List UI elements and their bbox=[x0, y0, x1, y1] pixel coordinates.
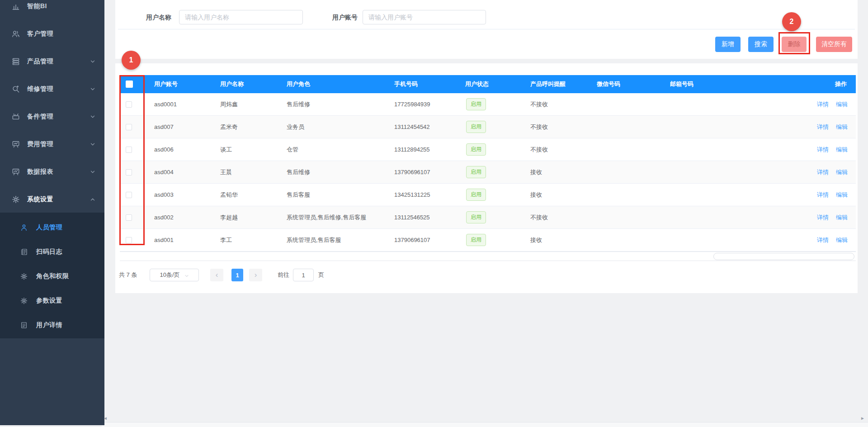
page-number-button[interactable]: 1 bbox=[231, 269, 243, 281]
cell-phone: 13790696107 bbox=[394, 237, 465, 243]
document-icon bbox=[20, 321, 28, 329]
sidebar-subitem-roles-permissions[interactable]: 角色和权限 bbox=[0, 264, 104, 289]
table-row: asd003 孟铅华 售后客服 13425131225 启用 接收 详情编辑 bbox=[120, 184, 856, 206]
sidebar-subitem-label: 人员管理 bbox=[36, 223, 62, 232]
scroll-left-arrow-icon[interactable]: ◄ bbox=[103, 416, 108, 421]
goto-page-input[interactable] bbox=[293, 269, 314, 281]
cell-account: asd003 bbox=[154, 191, 220, 198]
cell-role: 系统管理员,售后客服 bbox=[287, 236, 394, 244]
edit-link[interactable]: 编辑 bbox=[836, 146, 848, 154]
cell-phone: 13112894255 bbox=[394, 146, 465, 153]
search-button[interactable]: 搜索 bbox=[748, 37, 774, 52]
cell-name: 李超越 bbox=[220, 214, 287, 222]
sidebar-item-product[interactable]: 产品管理 bbox=[0, 47, 104, 75]
select-all-checkbox[interactable] bbox=[126, 81, 133, 88]
delete-button[interactable]: 删除 bbox=[782, 37, 807, 52]
username-input[interactable] bbox=[179, 10, 303, 24]
row-checkbox[interactable] bbox=[126, 124, 132, 130]
sidebar-item-repair[interactable]: 维修管理 bbox=[0, 75, 104, 103]
page-bottom-strip bbox=[102, 422, 868, 427]
chevron-down-icon bbox=[90, 59, 95, 64]
edit-link[interactable]: 编辑 bbox=[836, 214, 848, 222]
cell-account: asd006 bbox=[154, 146, 220, 153]
edit-link[interactable]: 编辑 bbox=[836, 123, 848, 131]
cell-account: asd0001 bbox=[154, 101, 220, 108]
detail-link[interactable]: 详情 bbox=[817, 146, 829, 154]
clear-all-button[interactable]: 清空所有 bbox=[816, 37, 852, 52]
row-checkbox[interactable] bbox=[126, 169, 132, 176]
total-count-label: 共 7 条 bbox=[119, 269, 137, 281]
table-row: asd004 王晨 售后维修 13790696107 启用 接收 详情编辑 bbox=[120, 161, 856, 184]
sidebar-item-spareparts[interactable]: 备件管理 bbox=[0, 103, 104, 130]
row-checkbox[interactable] bbox=[126, 192, 132, 198]
detail-link[interactable]: 详情 bbox=[817, 214, 829, 222]
cell-call-notify: 不接收 bbox=[530, 214, 597, 222]
cell-name: 王晨 bbox=[220, 168, 287, 176]
notebook-icon bbox=[20, 248, 28, 256]
sidebar-item-expense[interactable]: 费用管理 bbox=[0, 130, 104, 158]
prev-page-button[interactable]: ‹ bbox=[210, 269, 223, 281]
status-badge: 启用 bbox=[466, 211, 486, 223]
detail-link[interactable]: 详情 bbox=[817, 100, 829, 109]
cell-call-notify: 接收 bbox=[530, 191, 597, 199]
next-page-button[interactable]: › bbox=[249, 269, 262, 281]
magnifier-icon bbox=[11, 85, 20, 94]
section-divider bbox=[118, 29, 855, 29]
status-badge: 启用 bbox=[466, 98, 486, 110]
cell-phone: 13790696107 bbox=[394, 169, 465, 176]
gear-icon bbox=[20, 297, 28, 305]
edit-link[interactable]: 编辑 bbox=[836, 191, 848, 199]
column-header: 产品呼叫提醒 bbox=[530, 80, 597, 88]
detail-link[interactable]: 详情 bbox=[817, 123, 829, 131]
sidebar-submenu-system-settings: 人员管理 扫码日志 角色和权限 参数设置 用户详情 bbox=[0, 213, 104, 338]
sidebar-subitem-user-details[interactable]: 用户详情 bbox=[0, 313, 104, 337]
sidebar-item-smart-bi[interactable]: 智能BI bbox=[0, 0, 104, 20]
detail-link[interactable]: 详情 bbox=[817, 168, 829, 176]
chevron-down-icon bbox=[90, 142, 95, 147]
detail-link[interactable]: 详情 bbox=[817, 236, 829, 244]
sidebar-item-customer[interactable]: 客户管理 bbox=[0, 20, 104, 47]
sidebar-subitem-scan-log[interactable]: 扫码日志 bbox=[0, 240, 104, 264]
bar-chart-icon bbox=[11, 2, 20, 11]
goto-label: 前往 bbox=[278, 269, 289, 281]
account-label: 用户账号 bbox=[332, 10, 358, 24]
sidebar-item-reports[interactable]: 数据报表 bbox=[0, 158, 104, 185]
table-footer-strip bbox=[120, 251, 856, 261]
table-row: asd0001 周炜鑫 售后维修 17725984939 启用 不接收 详情编辑 bbox=[120, 93, 856, 116]
add-button[interactable]: 新增 bbox=[715, 37, 741, 52]
users-icon bbox=[11, 29, 20, 38]
sidebar-item-label: 维修管理 bbox=[27, 85, 53, 93]
sidebar-item-label: 数据报表 bbox=[27, 168, 53, 176]
table-body: asd0001 周炜鑫 售后维修 17725984939 启用 不接收 详情编辑… bbox=[120, 93, 856, 251]
cell-role: 售后维修 bbox=[287, 168, 394, 176]
sidebar-subitem-label: 角色和权限 bbox=[36, 272, 69, 280]
horizontal-scrollbar-thumb[interactable] bbox=[713, 253, 854, 260]
board-chart-icon bbox=[11, 140, 20, 149]
cell-role: 业务员 bbox=[287, 123, 394, 131]
sidebar-menu: 智能BI 客户管理 产品管理 维修管理 备件管理 bbox=[0, 0, 104, 213]
cell-call-notify: 接收 bbox=[530, 236, 597, 244]
cell-name: 周炜鑫 bbox=[220, 100, 287, 109]
sidebar-subitem-parameters[interactable]: 参数设置 bbox=[0, 289, 104, 313]
page-size-select[interactable]: 10条/页 bbox=[150, 269, 199, 281]
account-input[interactable] bbox=[363, 10, 486, 24]
cell-call-notify: 不接收 bbox=[530, 146, 597, 154]
edit-link[interactable]: 编辑 bbox=[836, 236, 848, 244]
sidebar-item-label: 系统设置 bbox=[27, 195, 53, 204]
row-checkbox[interactable] bbox=[126, 214, 132, 221]
detail-link[interactable]: 详情 bbox=[817, 191, 829, 199]
cell-name: 孟铅华 bbox=[220, 191, 287, 199]
status-badge: 启用 bbox=[466, 234, 486, 246]
edit-link[interactable]: 编辑 bbox=[836, 168, 848, 176]
edit-link[interactable]: 编辑 bbox=[836, 100, 848, 109]
page-unit-label: 页 bbox=[318, 269, 324, 281]
table-header-row: 用户账号 用户名称 用户角色 手机号码 用户状态 产品呼叫提醒 微信号码 邮箱号… bbox=[120, 75, 856, 93]
row-checkbox[interactable] bbox=[126, 147, 132, 153]
sidebar-subitem-personnel[interactable]: 人员管理 bbox=[0, 215, 104, 240]
cell-name: 孟米奇 bbox=[220, 123, 287, 131]
scroll-right-arrow-icon[interactable]: ► bbox=[860, 416, 865, 421]
row-checkbox[interactable] bbox=[126, 237, 132, 243]
row-checkbox[interactable] bbox=[126, 101, 132, 108]
sidebar-item-system-settings[interactable]: 系统设置 bbox=[0, 185, 104, 213]
chevron-down-icon bbox=[90, 114, 95, 119]
